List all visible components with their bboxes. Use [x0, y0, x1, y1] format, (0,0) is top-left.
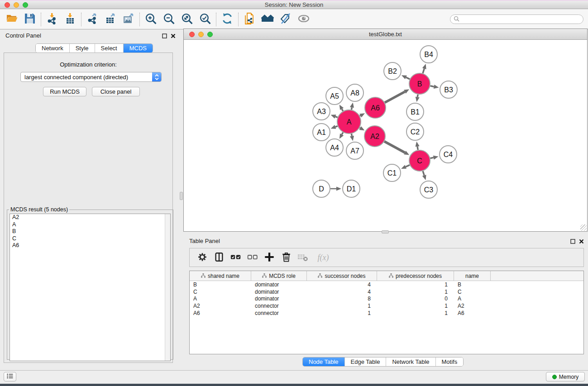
table-row-a[interactable]: Adominator80A — [190, 295, 583, 303]
cell[interactable]: A2 — [454, 303, 491, 309]
cell[interactable]: 1 — [307, 310, 377, 316]
zoom-out-button[interactable] — [160, 11, 178, 28]
show-graphics-button[interactable] — [295, 11, 313, 28]
tab-network-table[interactable]: Network Table — [386, 357, 435, 366]
open-session-button[interactable] — [3, 11, 21, 28]
function-builder-button[interactable]: f(x) — [313, 251, 333, 264]
control-panel-close-button[interactable] — [170, 33, 176, 39]
save-session-button[interactable] — [21, 11, 39, 28]
hide-labels-button[interactable] — [277, 11, 295, 28]
cell[interactable]: 1 — [377, 303, 454, 309]
select-all-button[interactable] — [229, 251, 242, 264]
edge-A-A3[interactable] — [335, 117, 338, 118]
cell[interactable]: 0 — [377, 295, 454, 302]
add-row-button[interactable] — [263, 251, 276, 264]
cell[interactable]: B — [190, 281, 251, 288]
edge-A-A4[interactable] — [342, 133, 343, 135]
zoom-in-button[interactable] — [142, 11, 160, 28]
export-image-button[interactable] — [120, 11, 138, 28]
cell[interactable]: 1 — [307, 303, 377, 309]
import-network-button[interactable] — [43, 11, 61, 28]
column-header-successor-nodes[interactable]: successor nodes — [307, 271, 377, 281]
delete-row-button[interactable] — [280, 251, 292, 264]
edge-A-A5[interactable] — [342, 109, 343, 111]
table-row-b[interactable]: Bdominator41B — [190, 281, 583, 288]
cell[interactable]: 1 — [377, 289, 454, 295]
task-history-button[interactable] — [4, 372, 16, 381]
vertical-splitter-handle[interactable] — [180, 192, 183, 200]
result-list-scrollbar[interactable] — [165, 214, 170, 361]
delete-table-button[interactable] — [296, 251, 309, 264]
network-canvas[interactable]: AA6A2BCA5A8A3A1A4A7B2B4B3B1C2C4C1C3DD1 — [184, 40, 587, 231]
cell[interactable]: B — [454, 281, 491, 288]
cell[interactable]: 4 — [307, 281, 377, 288]
result-item-a[interactable]: A — [10, 221, 170, 229]
cell[interactable]: A — [454, 295, 491, 302]
result-item-a6[interactable]: A6 — [10, 242, 170, 249]
unselect-all-button[interactable] — [246, 251, 259, 264]
show-column-button[interactable] — [213, 251, 225, 264]
zoom-selected-button[interactable] — [196, 11, 214, 28]
cyndex-browse-button[interactable] — [258, 11, 277, 28]
maximize-window-button[interactable] — [23, 2, 28, 8]
edge-A-A8[interactable] — [351, 107, 352, 110]
close-window-button[interactable] — [5, 2, 10, 8]
export-table-button[interactable] — [101, 11, 120, 28]
run-mcds-button[interactable]: Run MCDS — [43, 87, 86, 96]
cell[interactable]: dominator — [251, 295, 307, 302]
result-item-b[interactable]: B — [10, 228, 170, 235]
tab-mcds[interactable]: MCDS — [124, 44, 153, 52]
cell[interactable]: connector — [251, 303, 307, 309]
import-table-button[interactable] — [61, 11, 79, 28]
refresh-button[interactable] — [218, 11, 236, 28]
criterion-select[interactable]: largest connected component (directed) — [20, 72, 162, 82]
close-panel-button[interactable]: Close panel — [92, 87, 140, 96]
edge-C-C4[interactable] — [430, 157, 433, 158]
cell[interactable]: connector — [251, 310, 307, 316]
table-panel-float-button[interactable] — [570, 238, 576, 244]
tab-motifs[interactable]: Motifs — [436, 357, 464, 366]
table-settings-button[interactable] — [196, 251, 209, 264]
cell[interactable]: 1 — [377, 281, 454, 288]
minimize-window-button[interactable] — [14, 2, 19, 8]
edge-C-C1[interactable] — [406, 165, 410, 167]
mcds-result-list[interactable]: A2ABCA6 — [10, 214, 171, 361]
edge-A2-C[interactable] — [384, 141, 405, 152]
window-resize-grip[interactable] — [580, 224, 587, 231]
edge-B-B2[interactable] — [406, 77, 410, 79]
cell[interactable]: 4 — [307, 289, 377, 295]
table-panel-close-button[interactable] — [578, 238, 584, 244]
cell[interactable]: dominator — [251, 281, 307, 288]
network-close-button[interactable] — [189, 32, 195, 37]
column-header-shared-name[interactable]: shared name — [190, 271, 251, 281]
result-item-c[interactable]: C — [10, 235, 170, 243]
control-panel-float-button[interactable] — [162, 33, 167, 39]
network-zoom-button[interactable] — [207, 32, 213, 37]
cell[interactable]: C — [454, 289, 491, 295]
table-row-c[interactable]: Cdominator41C — [190, 288, 583, 295]
tab-style[interactable]: Style — [70, 44, 95, 52]
cell[interactable]: A2 — [190, 303, 251, 309]
tab-node-table[interactable]: Node Table — [303, 357, 345, 366]
cell[interactable]: C — [190, 289, 251, 295]
cell[interactable]: 1 — [377, 310, 454, 316]
table-row-a6[interactable]: A6connector11A6 — [190, 310, 583, 317]
zoom-fit-button[interactable] — [178, 11, 196, 28]
cell[interactable]: A6 — [190, 310, 251, 316]
share-network-button[interactable] — [240, 11, 258, 28]
column-header-predecessor-nodes[interactable]: predecessor nodes — [377, 271, 454, 281]
edge-C-C2[interactable] — [417, 147, 418, 150]
edge-B-B1[interactable] — [417, 95, 418, 97]
table-row-a2[interactable]: A2connector11A2 — [190, 302, 583, 310]
edge-A-A1[interactable] — [335, 126, 338, 127]
edge-A-A7[interactable] — [351, 133, 352, 136]
result-item-a2[interactable]: A2 — [10, 214, 170, 221]
column-header-MCDS-role[interactable]: MCDS role — [251, 271, 307, 281]
edge-B-B4[interactable] — [423, 69, 424, 74]
edge-A6-B[interactable] — [385, 92, 405, 103]
edge-C-C3[interactable] — [423, 171, 424, 176]
cell[interactable]: 8 — [307, 295, 377, 302]
cell[interactable]: A — [190, 295, 251, 302]
node-table[interactable]: shared nameMCDS rolesuccessor nodesprede… — [189, 271, 584, 354]
search-input[interactable] — [461, 16, 583, 23]
